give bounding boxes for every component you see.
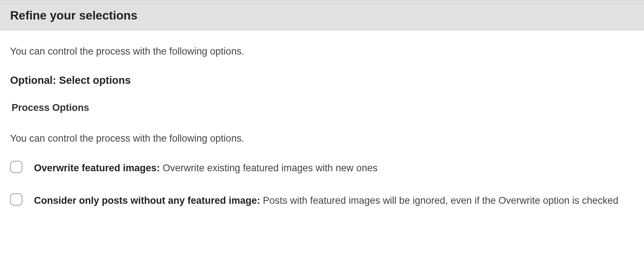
intro-text: You can control the process with the fol… — [10, 46, 634, 57]
consider-only-checkbox[interactable] — [10, 193, 22, 206]
section-header: Refine your selections — [0, 0, 644, 31]
process-options-desc: You can control the process with the fol… — [10, 133, 634, 144]
content-area: You can control the process with the fol… — [0, 46, 644, 209]
option-overwrite: Overwrite featured images: Overwrite exi… — [10, 160, 634, 177]
process-options-label: Process Options — [12, 102, 634, 113]
consider-only-desc: Posts with featured images will be ignor… — [260, 195, 619, 206]
consider-only-bold: Consider only posts without any featured… — [34, 195, 260, 206]
overwrite-desc: Overwrite existing featured images with … — [160, 163, 378, 173]
consider-only-label: Consider only posts without any featured… — [34, 193, 634, 209]
overwrite-label: Overwrite featured images: Overwrite exi… — [34, 160, 634, 177]
option-consider-only: Consider only posts without any featured… — [10, 193, 634, 209]
overwrite-bold: Overwrite featured images: — [34, 163, 160, 173]
section-title: Refine your selections — [10, 9, 634, 22]
overwrite-checkbox[interactable] — [10, 161, 22, 173]
optional-subheading: Optional: Select options — [10, 74, 634, 86]
